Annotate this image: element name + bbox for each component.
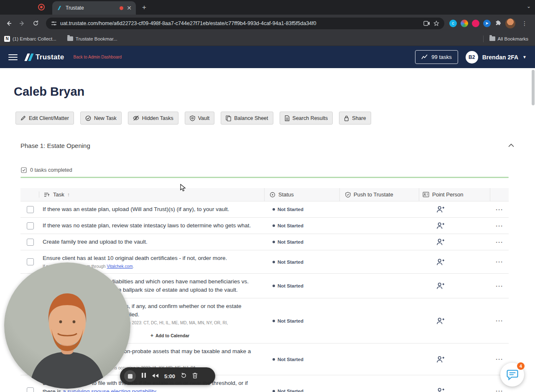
back-button[interactable] [3, 18, 14, 29]
tab-search-icon[interactable]: ⌄ [527, 3, 531, 9]
table-header: Task ↑ Status Push to Trustate Point Per… [20, 188, 509, 201]
trustate-logo-icon [26, 53, 32, 61]
reload-button[interactable] [30, 18, 41, 29]
address-bar[interactable]: uat.trustate.com/home/a6d22723-cf09-498f… [46, 18, 444, 29]
balance-sheet-button[interactable]: Balance Sheet [221, 112, 273, 125]
browser-profile-avatar[interactable] [505, 18, 515, 28]
extension-icon[interactable] [461, 20, 468, 27]
chat-launcher-button[interactable]: 4 [500, 363, 524, 387]
assign-person-button[interactable] [419, 317, 490, 325]
back-to-admin-link[interactable]: Back to Admin Dashboard [74, 55, 122, 59]
screen: Trustate ✕ + ⌄ uat.trustate.com/home/a6d… [0, 0, 535, 392]
column-push[interactable]: Push to Trustate [340, 188, 419, 201]
assign-person-button[interactable] [419, 238, 490, 246]
text-link[interactable]: a surviving spouse electing portability [63, 388, 156, 392]
task-text: Create family tree and upload to the vau… [43, 238, 148, 246]
edit-client-button[interactable]: Edit Client/Matter [15, 112, 74, 125]
status-dot-icon [273, 285, 275, 287]
tasks-completed-label: 0 tasks completed [30, 167, 72, 173]
folder-icon [489, 36, 495, 41]
row-menu-button[interactable]: ··· [490, 317, 509, 324]
browser-menu-icon[interactable]: ⋮ [519, 20, 530, 27]
delete-recording-button[interactable] [192, 372, 198, 380]
site-settings-icon[interactable] [51, 20, 57, 26]
tab-close-icon[interactable]: ✕ [127, 5, 132, 11]
bookmark-item[interactable]: N (1) Embarc Collect... [4, 36, 56, 42]
site-favicon [56, 5, 62, 11]
pause-button[interactable] [141, 372, 146, 380]
browser-toolbar: uat.trustate.com/home/a6d22723-cf09-498f… [0, 15, 535, 32]
page-scrollbar[interactable] [532, 70, 535, 105]
add-to-calendar-button[interactable]: +Add to Calendar [150, 333, 189, 339]
task-checkbox[interactable] [27, 258, 34, 265]
all-bookmarks-button[interactable]: All Bookmarks [489, 36, 529, 41]
extension-icon[interactable]: ➤ [483, 20, 491, 27]
column-task[interactable]: Task ↑ [20, 188, 265, 201]
assign-person-button[interactable] [419, 258, 490, 266]
phase-title: Phase 1: Estate Opening [20, 142, 90, 149]
row-menu-button[interactable]: ··· [490, 356, 509, 363]
document-icon [285, 115, 290, 121]
url-text[interactable]: uat.trustate.com/home/a6d22723-cf09-498f… [60, 20, 420, 26]
mouse-cursor [180, 184, 187, 193]
status-cell: Not Started [265, 207, 340, 212]
phase-header[interactable]: Phase 1: Estate Opening [20, 142, 515, 149]
browser-tab[interactable]: Trustate ✕ [52, 1, 136, 15]
status-badge-label: Not Started [278, 223, 303, 228]
recorder-toolbar: 5:00 [120, 367, 215, 385]
restart-button[interactable] [181, 372, 187, 380]
webcam-overlay[interactable] [4, 262, 130, 389]
row-menu-button[interactable]: ··· [490, 239, 509, 246]
status-cell: Not Started [265, 318, 340, 323]
action-toolbar: Edit Client/Matter New Task Hidden Tasks… [15, 112, 535, 125]
column-status[interactable]: Status [265, 188, 340, 201]
search-results-button[interactable]: Search Results [280, 112, 333, 125]
extension-icon[interactable] [472, 20, 479, 27]
row-menu-button[interactable]: ··· [490, 387, 509, 392]
rewind-button[interactable] [152, 372, 159, 380]
task-checkbox[interactable] [27, 206, 34, 213]
table-row: Create family tree and upload to the vau… [20, 234, 509, 250]
hidden-tasks-button[interactable]: Hidden Tasks [128, 112, 178, 125]
collapse-chevron-icon[interactable] [508, 142, 515, 149]
hamburger-menu-icon[interactable] [8, 54, 18, 60]
row-menu-button[interactable]: ··· [490, 222, 509, 229]
new-task-button[interactable]: New Task [80, 112, 122, 125]
new-tab-button[interactable]: + [142, 3, 146, 12]
bookmark-star-icon[interactable] [433, 20, 439, 26]
notion-icon: N [4, 36, 10, 42]
person-add-icon [436, 206, 445, 213]
tasks-count-button[interactable]: 99 tasks [415, 50, 458, 64]
task-checkbox[interactable] [27, 387, 34, 392]
app-header: Trustate Back to Admin Dashboard 99 task… [0, 46, 535, 68]
assign-person-button[interactable] [419, 282, 490, 290]
bookmark-folder[interactable]: Trustate Bookmar... [67, 36, 117, 41]
user-menu[interactable]: B2 Brendan 2FA ▼ [466, 51, 527, 64]
assign-person-button[interactable] [419, 356, 490, 363]
assign-person-button[interactable] [419, 222, 490, 229]
page-title: Caleb Bryan [14, 85, 535, 99]
row-menu-button[interactable]: ··· [490, 283, 509, 290]
text-link[interactable]: Vitalchek.com [107, 264, 132, 269]
stop-recording-button[interactable] [124, 370, 136, 382]
forward-button[interactable] [17, 18, 28, 29]
column-person[interactable]: Point Person [419, 188, 490, 201]
assign-person-button[interactable] [419, 387, 490, 392]
status-badge-label: Not Started [278, 357, 303, 362]
task-checkbox[interactable] [27, 222, 34, 229]
sort-asc-icon[interactable]: ↑ [67, 192, 70, 198]
person-add-icon [436, 387, 445, 392]
task-complete-icon [21, 167, 27, 173]
vault-button[interactable]: Vault [185, 112, 215, 125]
row-menu-button[interactable]: ··· [490, 206, 509, 213]
row-menu-button[interactable]: ··· [490, 258, 509, 265]
assign-person-button[interactable] [419, 206, 490, 213]
extension-icon[interactable]: c [449, 20, 457, 27]
camera-capture-icon[interactable] [423, 21, 430, 26]
extensions-puzzle-icon[interactable] [494, 19, 502, 28]
task-checkbox[interactable] [27, 239, 34, 246]
status-cell: Not Started [265, 239, 340, 244]
folder-icon [67, 36, 73, 41]
share-button[interactable]: Share [339, 112, 371, 125]
tasks-completed-row: 0 tasks completed [21, 167, 535, 173]
